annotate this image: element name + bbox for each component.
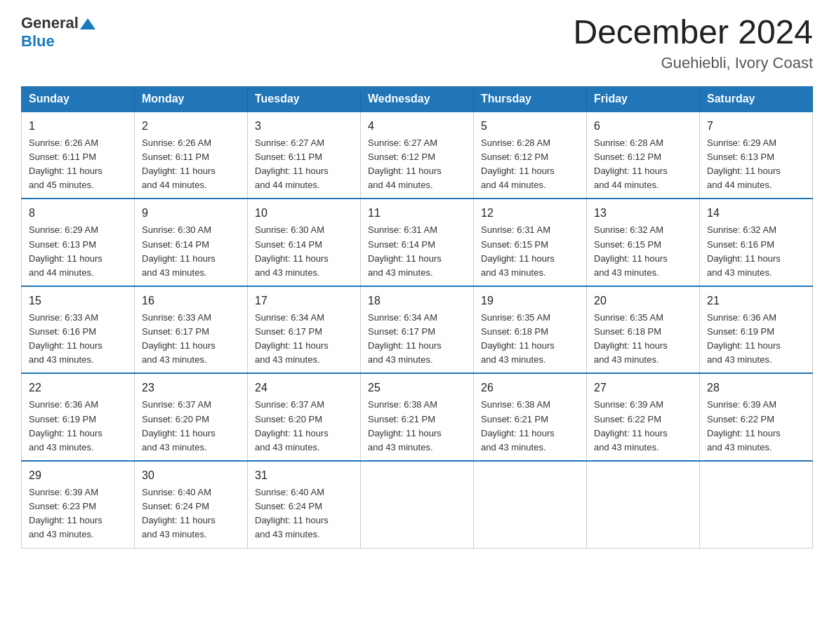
day-info: Sunrise: 6:30 AMSunset: 6:14 PMDaylight:… [142,223,240,280]
calendar-cell: 3Sunrise: 6:27 AMSunset: 6:11 PMDaylight… [248,112,361,199]
day-number: 12 [481,205,579,222]
day-number: 17 [255,293,353,309]
calendar-cell: 13Sunrise: 6:32 AMSunset: 6:15 PMDayligh… [587,199,700,286]
day-info: Sunrise: 6:33 AMSunset: 6:17 PMDaylight:… [142,311,240,368]
calendar-table: SundayMondayTuesdayWednesdayThursdayFrid… [21,86,813,549]
day-number: 16 [142,293,240,309]
column-header-tuesday: Tuesday [248,86,361,112]
day-info: Sunrise: 6:30 AMSunset: 6:14 PMDaylight:… [255,223,353,280]
day-info: Sunrise: 6:28 AMSunset: 6:12 PMDaylight:… [594,136,692,193]
calendar-cell: 26Sunrise: 6:38 AMSunset: 6:21 PMDayligh… [474,373,587,461]
day-info: Sunrise: 6:37 AMSunset: 6:20 PMDaylight:… [255,398,353,455]
day-info: Sunrise: 6:37 AMSunset: 6:20 PMDaylight:… [142,398,240,455]
calendar-cell: 17Sunrise: 6:34 AMSunset: 6:17 PMDayligh… [248,286,361,374]
calendar-cell: 28Sunrise: 6:39 AMSunset: 6:22 PMDayligh… [700,373,813,461]
calendar-cell: 10Sunrise: 6:30 AMSunset: 6:14 PMDayligh… [248,199,361,286]
day-number: 2 [142,118,240,135]
day-info: Sunrise: 6:39 AMSunset: 6:22 PMDaylight:… [707,398,805,455]
day-info: Sunrise: 6:26 AMSunset: 6:11 PMDaylight:… [29,136,127,193]
calendar-cell: 31Sunrise: 6:40 AMSunset: 6:24 PMDayligh… [248,461,361,548]
day-number: 8 [29,205,127,222]
day-info: Sunrise: 6:32 AMSunset: 6:16 PMDaylight:… [707,223,805,280]
calendar-cell: 21Sunrise: 6:36 AMSunset: 6:19 PMDayligh… [700,286,813,374]
day-number: 30 [142,467,240,484]
calendar-cell: 12Sunrise: 6:31 AMSunset: 6:15 PMDayligh… [474,199,587,286]
day-info: Sunrise: 6:27 AMSunset: 6:12 PMDaylight:… [368,136,466,193]
calendar-cell: 4Sunrise: 6:27 AMSunset: 6:12 PMDaylight… [361,112,474,199]
day-number: 7 [707,118,805,135]
day-number: 24 [255,380,353,396]
calendar-cell: 18Sunrise: 6:34 AMSunset: 6:17 PMDayligh… [361,286,474,374]
calendar-cell: 16Sunrise: 6:33 AMSunset: 6:17 PMDayligh… [135,286,248,374]
day-number: 27 [594,380,692,396]
day-info: Sunrise: 6:27 AMSunset: 6:11 PMDaylight:… [255,136,353,193]
day-number: 15 [29,293,127,309]
day-number: 19 [481,293,579,309]
calendar-week-row: 8Sunrise: 6:29 AMSunset: 6:13 PMDaylight… [22,199,813,286]
day-info: Sunrise: 6:28 AMSunset: 6:12 PMDaylight:… [481,136,579,193]
day-info: Sunrise: 6:38 AMSunset: 6:21 PMDaylight:… [481,398,579,455]
day-number: 4 [368,118,466,135]
day-info: Sunrise: 6:32 AMSunset: 6:15 PMDaylight:… [594,223,692,280]
day-number: 9 [142,205,240,222]
calendar-cell: 14Sunrise: 6:32 AMSunset: 6:16 PMDayligh… [700,199,813,286]
day-info: Sunrise: 6:31 AMSunset: 6:15 PMDaylight:… [481,223,579,280]
day-info: Sunrise: 6:36 AMSunset: 6:19 PMDaylight:… [707,311,805,368]
day-number: 21 [707,293,805,309]
calendar-cell [474,461,587,548]
day-number: 29 [29,467,127,484]
day-number: 14 [707,205,805,222]
day-number: 28 [707,380,805,396]
column-header-saturday: Saturday [700,86,813,112]
logo: General Blue [21,14,95,51]
day-number: 23 [142,380,240,396]
column-header-thursday: Thursday [474,86,587,112]
day-info: Sunrise: 6:35 AMSunset: 6:18 PMDaylight:… [481,311,579,368]
day-info: Sunrise: 6:36 AMSunset: 6:19 PMDaylight:… [29,398,127,455]
calendar-title: December 2024 [573,14,813,51]
calendar-header-row: SundayMondayTuesdayWednesdayThursdayFrid… [22,86,813,112]
logo-blue-text: Blue [21,32,55,50]
calendar-cell: 25Sunrise: 6:38 AMSunset: 6:21 PMDayligh… [361,373,474,461]
day-number: 26 [481,380,579,396]
day-info: Sunrise: 6:29 AMSunset: 6:13 PMDaylight:… [29,223,127,280]
calendar-cell: 22Sunrise: 6:36 AMSunset: 6:19 PMDayligh… [22,373,135,461]
calendar-cell: 19Sunrise: 6:35 AMSunset: 6:18 PMDayligh… [474,286,587,374]
day-number: 18 [368,293,466,309]
calendar-week-row: 29Sunrise: 6:39 AMSunset: 6:23 PMDayligh… [22,461,813,548]
column-header-monday: Monday [135,86,248,112]
day-number: 31 [255,467,353,484]
day-number: 13 [594,205,692,222]
svg-marker-0 [80,18,95,29]
calendar-cell: 20Sunrise: 6:35 AMSunset: 6:18 PMDayligh… [587,286,700,374]
day-info: Sunrise: 6:40 AMSunset: 6:24 PMDaylight:… [142,485,240,542]
day-info: Sunrise: 6:29 AMSunset: 6:13 PMDaylight:… [707,136,805,193]
day-info: Sunrise: 6:39 AMSunset: 6:23 PMDaylight:… [29,485,127,542]
day-number: 20 [594,293,692,309]
title-area: December 2024 Guehiebli, Ivory Coast [573,14,813,72]
calendar-week-row: 15Sunrise: 6:33 AMSunset: 6:16 PMDayligh… [22,286,813,374]
calendar-cell: 8Sunrise: 6:29 AMSunset: 6:13 PMDaylight… [22,199,135,286]
logo-general-text: General [21,14,79,32]
calendar-cell: 6Sunrise: 6:28 AMSunset: 6:12 PMDaylight… [587,112,700,199]
calendar-week-row: 1Sunrise: 6:26 AMSunset: 6:11 PMDaylight… [22,112,813,199]
calendar-cell: 9Sunrise: 6:30 AMSunset: 6:14 PMDaylight… [135,199,248,286]
day-info: Sunrise: 6:33 AMSunset: 6:16 PMDaylight:… [29,311,127,368]
day-number: 3 [255,118,353,135]
calendar-cell: 27Sunrise: 6:39 AMSunset: 6:22 PMDayligh… [587,373,700,461]
calendar-cell: 1Sunrise: 6:26 AMSunset: 6:11 PMDaylight… [22,112,135,199]
column-header-friday: Friday [587,86,700,112]
day-number: 10 [255,205,353,222]
calendar-cell: 11Sunrise: 6:31 AMSunset: 6:14 PMDayligh… [361,199,474,286]
logo-triangle-icon [80,17,95,31]
day-info: Sunrise: 6:35 AMSunset: 6:18 PMDaylight:… [594,311,692,368]
calendar-cell: 24Sunrise: 6:37 AMSunset: 6:20 PMDayligh… [248,373,361,461]
calendar-cell [361,461,474,548]
calendar-week-row: 22Sunrise: 6:36 AMSunset: 6:19 PMDayligh… [22,373,813,461]
calendar-cell: 23Sunrise: 6:37 AMSunset: 6:20 PMDayligh… [135,373,248,461]
calendar-cell [587,461,700,548]
calendar-cell: 29Sunrise: 6:39 AMSunset: 6:23 PMDayligh… [22,461,135,548]
day-number: 5 [481,118,579,135]
calendar-cell: 2Sunrise: 6:26 AMSunset: 6:11 PMDaylight… [135,112,248,199]
day-number: 1 [29,118,127,135]
